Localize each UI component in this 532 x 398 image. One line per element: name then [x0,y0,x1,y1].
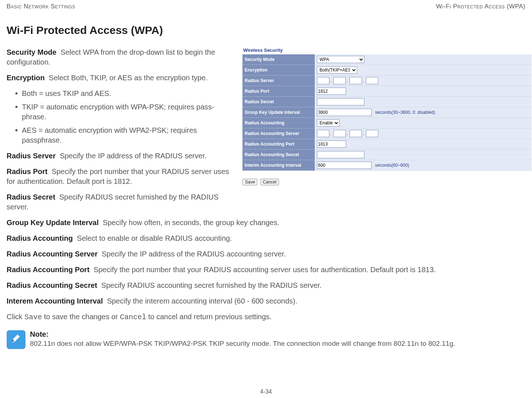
select-radius-accounting[interactable]: Enable [317,119,340,127]
closing-save-literal: Save [24,313,42,321]
radius-server-oct4[interactable] [366,77,378,84]
desc-encryption: Select Both, TKIP, or AES as the encrypt… [49,74,208,82]
def-group-key: Group Key Update Interval Specify how of… [7,218,525,228]
closing-post: to cancel and return previous settings. [146,313,272,321]
list-item: AES = automatic encryption with WPA2-PSK… [15,125,234,145]
radius-server-oct3[interactable] [349,77,362,84]
row-group-key: Group Key Update Interval seconds(30~360… [242,107,532,118]
page-number: 4-34 [0,389,532,395]
radius-server-oct1[interactable] [317,77,329,84]
closing-mid: to save the changes or [42,313,120,321]
running-header: Basic Network Settings Wi-Fi Protected A… [7,3,525,10]
def-encryption: Encryption Select Both, TKIP, or AES as … [7,73,234,83]
desc-radius-acct-secret: Specify RADIUS accounting secret furnish… [101,281,322,289]
panel-title: Wireless Security [242,47,532,53]
config-panel: Wireless Security Security Mode WPA Encr… [242,47,532,185]
desc-radius-acct-port: Specify the port number that your RADIUS… [93,266,436,274]
row-radius-server: Radius Server . . . [242,76,532,86]
interim-interval-input[interactable] [317,162,372,169]
term-encryption: Encryption [7,74,45,82]
term-radius-port: Radius Port [7,167,47,175]
term-radius-acct-server: Radius Accounting Server [7,250,97,258]
desc-radius-server: Specify the IP address of the RADIUS ser… [60,152,207,160]
def-interim: Interem Accounting Interval Specify the … [7,296,525,306]
desc-radius-acct-server: Specify the IP address of the RADIUS acc… [102,250,286,258]
save-button[interactable]: Save [242,179,257,185]
select-security-mode[interactable]: WPA [317,56,364,63]
def-radius-server: Radius Server Specify the IP address of … [7,151,234,161]
radius-acct-secret-input[interactable] [317,151,364,158]
radius-acct-server-oct3[interactable] [349,130,362,137]
encryption-bullets: Both = uses TKIP and AES. TKIP = automat… [7,89,234,145]
label-radius-secret: Radius Secret [242,97,315,107]
radius-acct-server-oct2[interactable] [333,130,346,137]
row-radius-port: Radius Port [242,86,532,97]
closing-instruction: Click Save to save the changes or Cancel… [7,312,525,322]
running-header-right: Wi-Fi Protected Access (WPA) [436,3,525,10]
def-radius-acct-secret: Radius Accounting Secret Specify RADIUS … [7,281,525,290]
term-radius-secret: Radius Secret [7,193,55,201]
term-group-key: Group Key Update Interval [7,219,99,227]
term-security-mode: Security Mode [7,48,57,56]
radius-acct-port-input[interactable] [317,140,346,148]
term-radius-accounting: Radius Accounting [7,234,73,242]
row-encryption: Encryption Both(TKIP+AES) [242,65,532,76]
term-interim: Interem Accounting Interval [7,297,103,305]
row-radius-secret: Radius Secret [242,97,532,107]
page-title: Wi-Fi Protected Access (WPA) [7,24,525,36]
running-header-left: Basic Network Settings [7,3,75,10]
group-key-input[interactable] [317,109,372,116]
label-encryption: Encryption [242,65,315,76]
term-radius-acct-secret: Radius Accounting Secret [7,281,97,289]
row-radius-accounting: Radius Accounting Enable [242,118,532,128]
list-item: Both = uses TKIP and AES. [15,89,234,98]
label-group-key: Group Key Update Interval [242,107,315,118]
pencil-note-icon [7,330,26,349]
term-radius-server: Radius Server [7,152,56,160]
row-interim-interval: Interim Accounting Interval seconds(60~6… [242,160,532,171]
label-radius-accounting: Radius Accounting [242,118,315,128]
config-table: Security Mode WPA Encryption Both(TKIP+A… [242,54,532,171]
desc-radius-accounting: Select to enable or disable RADIUS accou… [77,234,232,242]
note-text: 802.11n does not allow WEP/WPA-PSK TKIP/… [30,339,525,348]
def-security-mode: Security Mode Select WPA from the drop-d… [7,47,234,67]
radius-acct-server-oct1[interactable] [317,130,329,137]
radius-secret-input[interactable] [317,98,364,105]
label-radius-server: Radius Server [242,76,315,86]
note-box: Note: 802.11n does not allow WEP/WPA-PSK… [7,330,525,349]
radius-port-input[interactable] [317,88,346,95]
row-radius-acct-secret: Radius Accounting Secret [242,150,532,160]
note-title: Note: [30,330,525,339]
list-item: TKIP = automatic encryption with WPA-PSK… [15,102,234,122]
cancel-button[interactable]: Cancel [260,179,279,185]
def-radius-port: Radius Port Specify the port number that… [7,167,234,186]
group-key-hint: seconds(30~3600, 0: disabled) [375,110,435,115]
row-radius-acct-server: Radius Accounting Server . . . [242,128,532,139]
label-radius-acct-server: Radius Accounting Server [242,128,315,139]
def-radius-acct-server: Radius Accounting Server Specify the IP … [7,249,525,259]
label-radius-acct-port: Radius Accounting Port [242,139,315,150]
interim-interval-hint: seconds(60~600) [375,163,409,168]
radius-acct-server-oct4[interactable] [366,130,378,137]
def-radius-acct-port: Radius Accounting Port Specify the port … [7,265,525,275]
def-radius-secret: Radius Secret Specify RADIUS secret furn… [7,192,234,212]
closing-cancel-literal: Cancel [120,313,146,321]
row-radius-acct-port: Radius Accounting Port [242,139,532,150]
radius-server-oct2[interactable] [333,77,346,84]
term-radius-acct-port: Radius Accounting Port [7,266,89,274]
closing-pre: Click [7,313,24,321]
label-interim-interval: Interim Accounting Interval [242,160,315,171]
row-security-mode: Security Mode WPA [242,54,532,65]
label-radius-acct-secret: Radius Accounting Secret [242,150,315,160]
label-security-mode: Security Mode [242,54,315,65]
desc-interim: Specify the interem accounting interval … [107,297,297,305]
label-radius-port: Radius Port [242,86,315,97]
desc-group-key: Specify how often, in seconds, the group… [103,219,279,227]
select-encryption[interactable]: Both(TKIP+AES) [317,66,357,74]
def-radius-accounting: Radius Accounting Select to enable or di… [7,233,525,243]
